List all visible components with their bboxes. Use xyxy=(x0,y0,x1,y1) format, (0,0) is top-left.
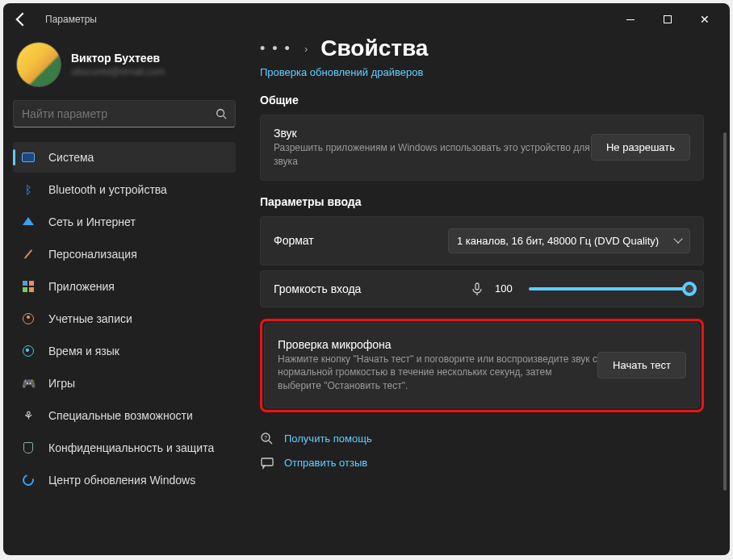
volume-label: Громкость входа xyxy=(274,282,459,295)
svg-rect-2 xyxy=(475,283,479,290)
nav-label: Сеть и Интернет xyxy=(48,215,136,228)
nav-apps[interactable]: Приложения xyxy=(13,271,236,302)
bluetooth-icon: ᛒ xyxy=(21,182,36,197)
format-select[interactable]: 1 каналов, 16 бит, 48000 Гц (DVD Quality… xyxy=(448,228,690,253)
user-block[interactable]: Виктор Бухтеев obscured@email.com xyxy=(13,36,236,100)
content: • • • › Свойства Проверка обновлений дра… xyxy=(245,36,730,555)
volume-card: Громкость входа 100 xyxy=(260,270,704,307)
get-help-link[interactable]: ? Получить помощь xyxy=(260,427,704,451)
feedback-icon xyxy=(260,456,274,470)
accounts-icon xyxy=(21,311,36,326)
window-controls: ✕ xyxy=(612,6,723,32)
nav-accessibility[interactable]: ⚘Специальные возможности xyxy=(13,400,236,431)
nav-label: Bluetooth и устройства xyxy=(48,183,167,196)
nav-personalization[interactable]: Персонализация xyxy=(13,239,236,270)
section-input-title: Параметры ввода xyxy=(260,195,704,208)
system-icon xyxy=(21,150,36,165)
mic-test-title: Проверка микрофона xyxy=(278,338,597,351)
nav-system[interactable]: Система xyxy=(13,142,236,173)
window-title: Параметры xyxy=(45,14,97,25)
user-email: obscured@email.com xyxy=(71,66,165,77)
breadcrumb-dots-button[interactable]: • • • xyxy=(260,40,291,57)
page-title: Свойства xyxy=(320,36,428,61)
nav-time[interactable]: Время и язык xyxy=(13,336,236,366)
format-value: 1 каналов, 16 бит, 48000 Гц (DVD Quality… xyxy=(457,235,659,247)
chevron-right-icon: › xyxy=(304,43,308,55)
close-icon: ✕ xyxy=(700,13,710,26)
disallow-button[interactable]: Не разрешать xyxy=(591,134,690,161)
format-label: Формат xyxy=(274,234,448,247)
games-icon: 🎮 xyxy=(21,376,36,391)
scrollbar[interactable] xyxy=(723,132,727,491)
sound-card: Звук Разрешить приложениям и Windows исп… xyxy=(260,115,704,181)
section-general-title: Общие xyxy=(260,94,704,107)
svg-line-1 xyxy=(224,116,227,119)
nav-label: Время и язык xyxy=(48,345,119,357)
maximize-icon xyxy=(664,15,672,23)
slider-thumb[interactable] xyxy=(682,282,697,296)
sound-title: Звук xyxy=(274,127,591,140)
nav-label: Специальные возможности xyxy=(48,409,193,422)
minimize-icon xyxy=(626,19,635,20)
settings-window: Параметры ✕ Виктор Бухтеев obscured@emai… xyxy=(3,3,730,555)
sidebar: Виктор Бухтеев obscured@email.com Систем… xyxy=(3,36,245,555)
nav-network[interactable]: Сеть и Интернет xyxy=(13,207,236,237)
nav-bluetooth[interactable]: ᛒBluetooth и устройства xyxy=(13,174,236,205)
search-input[interactable] xyxy=(22,107,216,120)
maximize-button[interactable] xyxy=(649,6,686,32)
chevron-down-icon xyxy=(673,234,682,243)
mic-test-desc: Нажмите кнопку "Начать тест" и поговорит… xyxy=(278,353,597,393)
breadcrumb: • • • › Свойства xyxy=(260,36,704,61)
nav-label: Приложения xyxy=(48,280,115,293)
footer-links: ? Получить помощь Отправить отзыв xyxy=(260,427,704,475)
privacy-icon xyxy=(21,441,36,455)
avatar xyxy=(16,42,61,87)
feedback-link[interactable]: Отправить отзыв xyxy=(260,451,704,475)
nav-label: Игры xyxy=(48,377,75,390)
help-icon: ? xyxy=(260,432,274,446)
start-test-button[interactable]: Начать тест xyxy=(597,352,686,378)
network-icon xyxy=(21,215,36,229)
search-icon xyxy=(216,108,227,119)
apps-icon xyxy=(21,279,36,294)
svg-rect-5 xyxy=(262,458,273,466)
mic-icon xyxy=(471,282,484,295)
nav-label: Персонализация xyxy=(48,248,137,261)
update-icon xyxy=(21,473,36,487)
svg-text:?: ? xyxy=(264,435,267,441)
volume-value: 100 xyxy=(495,282,517,295)
accessibility-icon: ⚘ xyxy=(21,408,36,423)
driver-update-link[interactable]: Проверка обновлений драйверов xyxy=(260,66,423,78)
nav-label: Учетные записи xyxy=(48,312,132,325)
svg-point-0 xyxy=(217,110,224,117)
nav: Система ᛒBluetooth и устройства Сеть и И… xyxy=(13,142,236,497)
user-name: Виктор Бухтеев xyxy=(71,52,165,65)
titlebar: Параметры ✕ xyxy=(3,3,730,36)
sound-desc: Разрешить приложениям и Windows использо… xyxy=(274,141,591,169)
nav-label: Конфиденциальность и защита xyxy=(48,441,214,454)
nav-label: Система xyxy=(48,151,94,164)
body: Виктор Бухтеев obscured@email.com Систем… xyxy=(3,36,730,555)
search-field[interactable] xyxy=(13,100,236,127)
feedback-label: Отправить отзыв xyxy=(284,457,367,469)
back-button[interactable] xyxy=(10,6,36,32)
close-button[interactable]: ✕ xyxy=(686,6,723,32)
nav-accounts[interactable]: Учетные записи xyxy=(13,303,236,334)
arrow-left-icon xyxy=(16,13,30,27)
mic-test-card: Проверка микрофона Нажмите кнопку "Начат… xyxy=(264,323,700,408)
highlight-box: Проверка микрофона Нажмите кнопку "Начат… xyxy=(260,319,704,412)
nav-privacy[interactable]: Конфиденциальность и защита xyxy=(13,433,236,463)
minimize-button[interactable] xyxy=(612,6,649,32)
nav-label: Центр обновления Windows xyxy=(48,474,195,487)
format-card: Формат 1 каналов, 16 бит, 48000 Гц (DVD … xyxy=(260,216,704,265)
volume-slider[interactable] xyxy=(529,287,690,290)
help-label: Получить помощь xyxy=(284,433,372,445)
personalization-icon xyxy=(21,247,36,261)
nav-games[interactable]: 🎮Игры xyxy=(13,368,236,399)
nav-update[interactable]: Центр обновления Windows xyxy=(13,465,236,495)
time-icon xyxy=(21,344,36,358)
